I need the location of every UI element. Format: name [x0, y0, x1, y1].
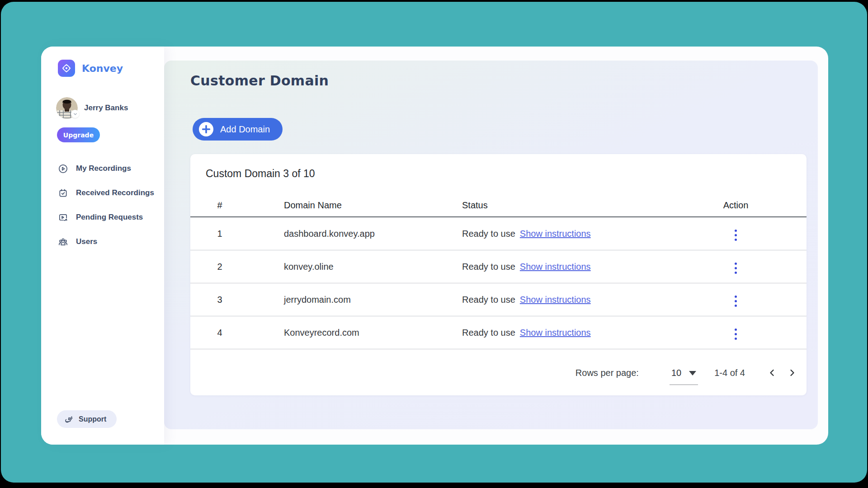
sidebar-item-label: Received Recordings	[76, 188, 154, 197]
page-title: Customer Domain	[190, 73, 329, 89]
brand-name: Konvey	[82, 63, 123, 74]
konvey-logo-icon	[58, 60, 75, 77]
status-cell: Ready to use Show instructions	[443, 295, 665, 305]
main-panel: Customer Domain Add Domain Custom Domain…	[164, 61, 818, 429]
show-instructions-link[interactable]: Show instructions	[520, 295, 591, 305]
sidebar-item-label: Pending Requests	[76, 213, 143, 222]
custom-domain-card: Custom Domain 3 of 10 # Domain Name Stat…	[190, 154, 807, 395]
plus-circle-icon	[198, 122, 214, 137]
support-hand-icon	[64, 414, 74, 424]
sidebar-item-received-recordings[interactable]: Received Recordings	[41, 181, 164, 205]
row-number: 1	[190, 229, 249, 239]
card-title: Custom Domain 3 of 10	[206, 168, 315, 180]
show-instructions-link[interactable]: Show instructions	[520, 262, 591, 272]
pagination-bar: Rows per page: 10 1-4 of 4	[190, 350, 807, 395]
previous-page-button[interactable]	[766, 366, 778, 379]
brand-logo: Konvey	[58, 60, 123, 77]
status-text: Ready to use	[462, 262, 515, 272]
sidebar-item-label: Users	[76, 237, 97, 246]
domain-name: dashboard.konvey.app	[249, 229, 443, 239]
table-body: 1 dashboard.konvey.app Ready to use Show…	[190, 217, 807, 349]
calendar-check-icon	[58, 188, 68, 198]
show-instructions-link[interactable]: Show instructions	[520, 328, 591, 338]
table-row: 1 dashboard.konvey.app Ready to use Show…	[190, 217, 807, 250]
sidebar-item-my-recordings[interactable]: My Recordings	[41, 156, 164, 181]
domain-name: Konveyrecord.com	[249, 328, 443, 338]
add-domain-button[interactable]: Add Domain	[193, 118, 283, 141]
play-circle-icon	[58, 164, 68, 174]
domain-name: konvey.oline	[249, 262, 443, 272]
chevron-down-icon	[71, 110, 79, 118]
table-row: 2 konvey.oline Ready to use Show instruc…	[190, 250, 807, 283]
users-group-icon	[58, 237, 68, 247]
row-actions-kebab-icon[interactable]	[730, 293, 741, 310]
sidebar-item-users[interactable]: Users	[41, 230, 164, 254]
domain-name: jerrydomain.com	[249, 295, 443, 305]
show-instructions-link[interactable]: Show instructions	[520, 229, 591, 239]
support-label: Support	[79, 415, 106, 423]
row-actions-kebab-icon[interactable]	[730, 260, 741, 277]
row-number: 3	[190, 295, 249, 305]
status-cell: Ready to use Show instructions	[443, 262, 665, 272]
table-row: 4 Konveyrecord.com Ready to use Show ins…	[190, 316, 807, 349]
table-row: 3 jerrydomain.com Ready to use Show inst…	[190, 283, 807, 316]
status-cell: Ready to use Show instructions	[443, 229, 665, 239]
add-domain-label: Add Domain	[220, 124, 270, 135]
rows-per-page-label: Rows per page:	[576, 368, 639, 378]
column-header-status: Status	[443, 200, 665, 211]
rows-per-page-select[interactable]: 10	[670, 368, 698, 385]
sidebar: Konvey	[41, 47, 164, 445]
sidebar-item-pending-requests[interactable]: Pending Requests	[41, 205, 164, 230]
user-account-menu[interactable]: Jerry Banks	[56, 97, 128, 119]
column-header-domain: Domain Name	[249, 200, 443, 211]
sidebar-nav: My Recordings Received Recordings	[41, 156, 164, 254]
rows-per-page-value: 10	[671, 368, 681, 378]
row-number: 4	[190, 328, 249, 338]
support-button[interactable]: Support	[57, 410, 117, 428]
pagination-range: 1-4 of 4	[714, 368, 745, 378]
column-header-number: #	[190, 200, 249, 211]
table-header: # Domain Name Status Action	[190, 194, 807, 217]
row-actions-kebab-icon[interactable]	[730, 227, 741, 244]
user-name: Jerry Banks	[84, 103, 128, 113]
status-text: Ready to use	[462, 328, 515, 338]
status-text: Ready to use	[462, 229, 515, 239]
avatar	[56, 97, 78, 119]
teal-background: Konvey	[1, 2, 867, 483]
chevron-right-icon	[787, 367, 797, 378]
status-cell: Ready to use Show instructions	[443, 328, 665, 338]
sidebar-item-label: My Recordings	[76, 164, 131, 173]
column-header-action: Action	[665, 200, 807, 211]
row-number: 2	[190, 262, 249, 272]
chevron-left-icon	[767, 367, 778, 378]
dropdown-arrow-icon	[689, 371, 696, 375]
upgrade-button[interactable]: Upgrade	[57, 127, 100, 142]
row-actions-kebab-icon[interactable]	[730, 326, 741, 343]
app-window: Konvey	[41, 47, 828, 445]
status-text: Ready to use	[462, 295, 515, 305]
next-page-button[interactable]	[786, 366, 798, 379]
video-request-icon	[58, 212, 68, 223]
